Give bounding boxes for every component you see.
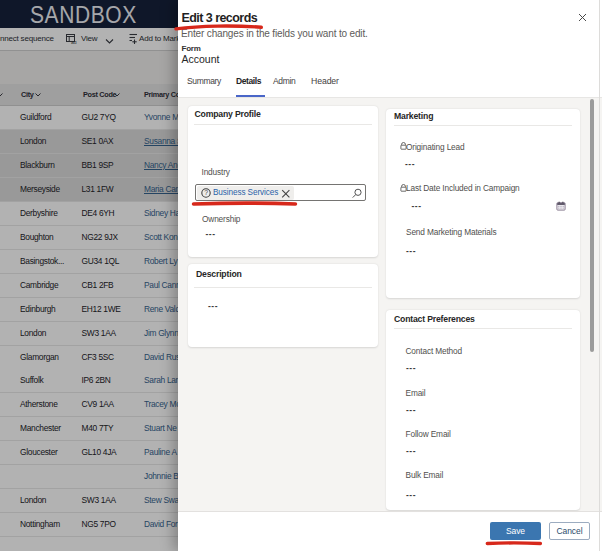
svg-text:?: ? bbox=[204, 190, 208, 197]
